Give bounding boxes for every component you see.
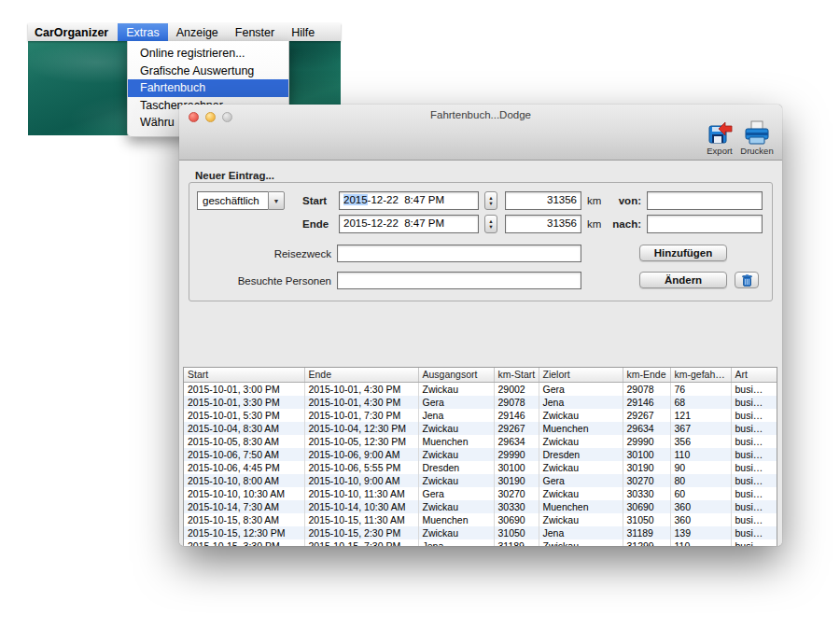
table-row[interactable]: 2015-10-10, 8:00 AM2015-10-10, 9:00 AMZw…	[184, 474, 777, 487]
table-cell: 30190	[494, 474, 539, 487]
aendern-button[interactable]: Ändern	[639, 272, 727, 288]
table-cell: 29990	[623, 435, 670, 448]
column-header-km-gefahren[interactable]: km-gefah…	[670, 368, 731, 382]
besuchte-personen-field[interactable]	[337, 272, 581, 289]
table-cell: 30690	[494, 513, 539, 526]
table-cell: Zwickau	[418, 500, 494, 513]
menubar-item-extras[interactable]: Extras	[118, 23, 167, 41]
start-date-stepper[interactable]: ▲▼	[484, 191, 497, 210]
window-title: Fahrtenbuch...Dodge	[179, 109, 782, 120]
column-header-ende[interactable]: Ende	[304, 368, 418, 382]
table-cell: 30100	[494, 461, 539, 474]
end-date-stepper[interactable]: ▲▼	[484, 215, 497, 233]
nach-field[interactable]	[647, 215, 763, 233]
export-button[interactable]: Export	[701, 120, 738, 156]
table-cell: 30190	[623, 461, 670, 474]
column-header-ausgangsort[interactable]: Ausgangsort	[418, 368, 494, 382]
table-cell: 2015-10-15, 11:30 AM	[304, 513, 418, 526]
menubar-app-name[interactable]: CarOrganizer	[28, 23, 118, 41]
table-cell: 2015-10-01, 3:30 PM	[184, 396, 304, 409]
table-cell: 31050	[494, 526, 539, 539]
export-label: Export	[701, 146, 738, 156]
menu-item-grafische-auswertung[interactable]: Grafische Auswertung	[128, 63, 288, 80]
table-cell: Muenchen	[418, 513, 494, 526]
table-cell: busi…	[731, 448, 777, 461]
ende-label: Ende	[302, 218, 329, 230]
table-cell: 29078	[494, 396, 539, 409]
end-km-field[interactable]: 31356	[505, 215, 581, 233]
trash-icon	[742, 274, 752, 287]
column-header-zielort[interactable]: Zielort	[539, 368, 623, 382]
table-cell: 2015-10-14, 7:30 AM	[184, 500, 304, 513]
column-header-km-ende[interactable]: km-Ende	[623, 368, 670, 382]
table-cell: 2015-10-01, 4:30 PM	[304, 396, 418, 409]
table-cell: busi…	[731, 409, 777, 422]
table-cell: Zwickau	[539, 487, 623, 500]
menubar-item-anzeige[interactable]: Anzeige	[168, 23, 227, 41]
column-header-km-start[interactable]: km-Start	[494, 368, 539, 382]
menubar-item-fenster[interactable]: Fenster	[227, 23, 283, 41]
table-cell: Muenchen	[539, 500, 623, 513]
column-header-start[interactable]: Start	[184, 368, 304, 382]
table-row[interactable]: 2015-10-06, 7:50 AM2015-10-06, 9:00 AMZw…	[184, 448, 777, 461]
reisezweck-label: Reisezweck	[227, 248, 331, 259]
table-row[interactable]: 2015-10-01, 3:30 PM2015-10-01, 4:30 PMGe…	[184, 396, 777, 409]
table-cell: 360	[670, 513, 731, 526]
start-km-unit: km	[587, 195, 601, 206]
table-header-row: Start Ende Ausgangsort km-Start Zielort …	[184, 368, 777, 382]
table-cell: 29267	[623, 409, 670, 422]
hinzufuegen-button[interactable]: Hinzufügen	[639, 245, 727, 261]
table-row[interactable]: 2015-10-01, 5:30 PM2015-10-01, 7:30 PMJe…	[184, 409, 777, 422]
nach-label: nach:	[604, 218, 641, 230]
reisezweck-field[interactable]	[337, 245, 581, 262]
table-cell: 2015-10-10, 8:00 AM	[184, 474, 304, 487]
table-row[interactable]: 2015-10-15, 3:30 PM2015-10-15, 7:30 PMJe…	[184, 539, 777, 547]
table-cell: 139	[670, 526, 731, 539]
table-row[interactable]: 2015-10-15, 8:30 AM2015-10-15, 11:30 AMM…	[184, 513, 777, 526]
table-row[interactable]: 2015-10-01, 3:00 PM2015-10-01, 4:30 PMZw…	[184, 382, 777, 396]
von-field[interactable]	[647, 191, 763, 210]
table-cell: 30330	[623, 487, 670, 500]
table-row[interactable]: 2015-10-06, 4:45 PM2015-10-06, 5:55 PMDr…	[184, 461, 777, 474]
table-cell: Jena	[539, 396, 623, 409]
print-button[interactable]: Drucken	[738, 120, 776, 156]
category-value[interactable]: geschäftlich	[197, 191, 268, 210]
table-cell: busi…	[731, 513, 777, 526]
table-cell: Zwickau	[418, 448, 494, 461]
table-cell: Zwickau	[418, 526, 494, 539]
table-cell: Gera	[539, 382, 623, 396]
table-cell: 2015-10-01, 3:00 PM	[184, 382, 304, 396]
table-cell: 30330	[494, 500, 539, 513]
table-cell: 29634	[623, 422, 670, 435]
table-cell: 30690	[623, 500, 670, 513]
table-cell: Gera	[418, 396, 494, 409]
table-cell: 2015-10-15, 2:30 PM	[304, 526, 418, 539]
start-date-field[interactable]: 2015-12-22 8:47 PM	[339, 191, 479, 210]
column-header-art[interactable]: Art	[731, 368, 777, 382]
window-content: Neuer Eintrag... geschäftlich ▼ Start 20…	[179, 161, 782, 546]
chevron-down-icon[interactable]: ▼	[268, 191, 285, 210]
table-row[interactable]: 2015-10-14, 7:30 AM2015-10-14, 10:30 AMZ…	[184, 500, 777, 513]
menubar-item-hilfe[interactable]: Hilfe	[283, 23, 323, 41]
table-cell: Jena	[418, 539, 494, 547]
table-row[interactable]: 2015-10-05, 8:30 AM2015-10-05, 12:30 PMM…	[184, 435, 777, 448]
category-combobox[interactable]: geschäftlich ▼	[197, 191, 285, 210]
start-km-field[interactable]: 31356	[505, 191, 581, 210]
menu-item-online-registrieren[interactable]: Online registrieren...	[128, 45, 288, 63]
table-cell: 30100	[623, 448, 670, 461]
end-date-field[interactable]: 2015-12-22 8:47 PM	[339, 215, 479, 233]
table-cell: 2015-10-01, 5:30 PM	[184, 409, 304, 422]
table-row[interactable]: 2015-10-15, 12:30 PM2015-10-15, 2:30 PMZ…	[184, 526, 777, 539]
table-cell: 31299	[623, 539, 670, 547]
table-cell: 110	[670, 448, 731, 461]
table-cell: busi…	[731, 435, 777, 448]
besuchte-personen-label: Besuchte Personen	[227, 275, 331, 287]
menu-item-fahrtenbuch[interactable]: Fahrtenbuch	[128, 79, 288, 97]
table-cell: 2015-10-15, 8:30 AM	[184, 513, 304, 526]
table-cell: 29146	[494, 409, 539, 422]
table-cell: busi…	[731, 487, 777, 500]
table-row[interactable]: 2015-10-10, 10:30 AM2015-10-10, 11:30 AM…	[184, 487, 777, 500]
table-cell: 2015-10-05, 12:30 PM	[304, 435, 418, 448]
delete-button[interactable]	[735, 272, 759, 288]
table-row[interactable]: 2015-10-04, 8:30 AM2015-10-04, 12:30 PMZ…	[184, 422, 777, 435]
